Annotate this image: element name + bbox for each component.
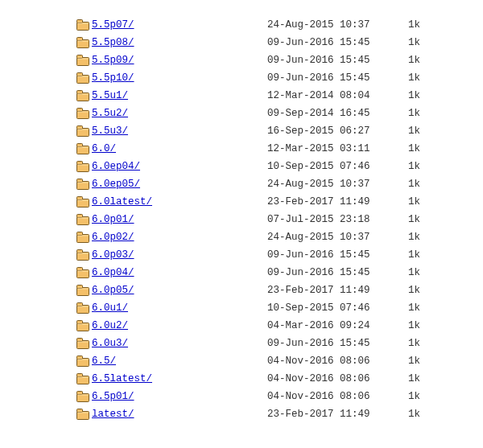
folder-icon [74,232,92,243]
folder-icon [74,161,92,172]
directory-link[interactable]: 5.5u1/ [92,90,128,101]
entry-name-cell: 5.5p08/ [92,34,267,51]
entry-size: 1k [398,405,420,423]
entry-size: 1k [398,370,420,388]
entry-name-cell: 5.5u2/ [92,105,267,122]
entry-size: 1k [398,299,420,317]
listing-row: 5.5p08/09-Jun-2016 15:451k [74,34,459,51]
folder-icon [74,338,92,349]
directory-link[interactable]: 6.0u1/ [92,302,128,314]
entry-size: 1k [398,193,420,211]
directory-link[interactable]: 6.5latest/ [92,373,152,384]
entry-date: 09-Jun-2016 15:45 [267,246,398,264]
listing-row: 5.5p09/09-Jun-2016 15:451k [74,51,459,69]
folder-icon [74,108,92,119]
entry-size: 1k [398,34,420,51]
folder-icon [74,72,92,84]
folder-icon [74,391,92,402]
entry-size: 1k [398,16,420,34]
directory-link[interactable]: 6.0latest/ [92,196,152,208]
directory-link[interactable]: 5.5p08/ [92,37,134,48]
entry-name-cell: 6.0latest/ [92,193,267,211]
directory-link[interactable]: 5.5u2/ [92,108,128,119]
entry-size: 1k [398,317,420,335]
folder-icon [74,55,92,66]
entry-date: 09-Jun-2016 15:45 [267,51,398,69]
directory-link[interactable]: 5.5p07/ [92,19,134,31]
entry-size: 1k [398,69,420,87]
directory-link[interactable]: 6.0p03/ [92,249,134,261]
directory-link[interactable]: 5.5u3/ [92,125,128,137]
listing-row: 6.0u1/10-Sep-2015 07:461k [74,299,459,317]
entry-size: 1k [398,105,420,122]
entry-size: 1k [398,51,420,69]
entry-size: 1k [398,211,420,228]
directory-link[interactable]: 6.5p01/ [92,391,134,402]
entry-name-cell: 5.5u1/ [92,87,267,105]
folder-icon [74,285,92,296]
directory-link[interactable]: 6.0u2/ [92,320,128,331]
folder-icon [74,90,92,101]
directory-link[interactable]: 5.5p09/ [92,55,134,66]
entry-date: 09-Sep-2014 16:45 [267,105,398,122]
entry-name-cell: 5.5p09/ [92,51,267,69]
entry-name-cell: 6.0p02/ [92,228,267,246]
listing-row: 6.0p04/09-Jun-2016 15:451k [74,264,459,282]
listing-row: 5.5p10/09-Jun-2016 15:451k [74,69,459,87]
entry-date: 09-Jun-2016 15:45 [267,69,398,87]
directory-link[interactable]: latest/ [92,409,134,420]
directory-link[interactable]: 6.0p04/ [92,267,134,278]
listing-row: 6.0ep04/10-Sep-2015 07:461k [74,158,459,175]
listing-row: 6.5/04-Nov-2016 08:061k [74,352,459,370]
entry-date: 24-Aug-2015 10:37 [267,228,398,246]
listing-row: 6.0u3/09-Jun-2016 15:451k [74,335,459,352]
entry-name-cell: 5.5p07/ [92,16,267,34]
entry-date: 23-Feb-2017 11:49 [267,193,398,211]
entry-name-cell: latest/ [92,405,267,423]
entry-date: 09-Jun-2016 15:45 [267,34,398,51]
listing-row: 6.0u2/04-Mar-2016 09:241k [74,317,459,335]
entry-name-cell: 6.0u3/ [92,335,267,352]
entry-name-cell: 6.0u2/ [92,317,267,335]
folder-icon [74,179,92,190]
folder-icon [74,37,92,48]
entry-date: 04-Nov-2016 08:06 [267,388,398,405]
directory-link[interactable]: 6.0ep05/ [92,179,140,190]
listing-row: latest/23-Feb-2017 11:491k [74,405,459,423]
directory-link[interactable]: 5.5p10/ [92,72,134,84]
directory-link[interactable]: 6.0u3/ [92,338,128,349]
folder-icon [74,249,92,261]
entry-size: 1k [398,352,420,370]
entry-size: 1k [398,87,420,105]
entry-size: 1k [398,335,420,352]
directory-link[interactable]: 6.0p01/ [92,214,134,225]
listing-row: 6.0p01/07-Jul-2015 23:181k [74,211,459,228]
entry-date: 12-Mar-2014 08:04 [267,87,398,105]
folder-icon [74,196,92,208]
entry-date: 24-Aug-2015 10:37 [267,16,398,34]
entry-date: 04-Nov-2016 08:06 [267,370,398,388]
listing-row: 5.5p07/24-Aug-2015 10:371k [74,16,459,34]
entry-name-cell: 6.0ep04/ [92,158,267,175]
listing-row: 6.0latest/23-Feb-2017 11:491k [74,193,459,211]
entry-date: 07-Jul-2015 23:18 [267,211,398,228]
entry-name-cell: 6.0/ [92,140,267,158]
entry-date: 23-Feb-2017 11:49 [267,282,398,299]
directory-link[interactable]: 6.0/ [92,143,116,154]
directory-link[interactable]: 6.0ep04/ [92,161,140,172]
listing-row: 5.5u3/16-Sep-2015 06:271k [74,122,459,140]
directory-link[interactable]: 6.5/ [92,356,116,367]
listing-row: 6.0p02/24-Aug-2015 10:371k [74,228,459,246]
directory-link[interactable]: 6.0p02/ [92,232,134,243]
entry-size: 1k [398,228,420,246]
entry-name-cell: 6.0u1/ [92,299,267,317]
folder-icon [74,214,92,225]
directory-link[interactable]: 6.0p05/ [92,285,134,296]
folder-icon [74,373,92,384]
entry-size: 1k [398,140,420,158]
folder-icon [74,19,92,31]
folder-icon [74,125,92,137]
listing-row: 5.5u2/09-Sep-2014 16:451k [74,105,459,122]
entry-size: 1k [398,246,420,264]
entry-size: 1k [398,122,420,140]
